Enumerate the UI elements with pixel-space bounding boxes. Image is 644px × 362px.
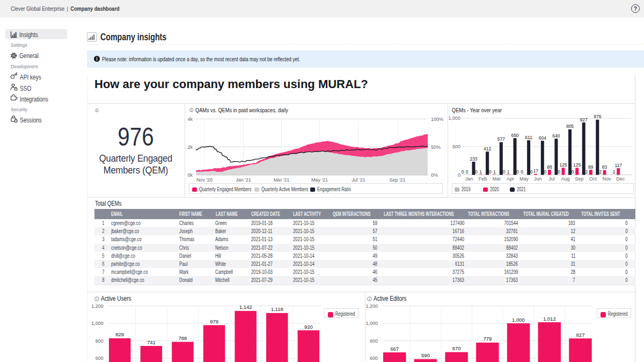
svg-text:Apr: Apr	[507, 176, 514, 182]
svg-text:Dec: Dec	[616, 176, 625, 182]
svg-text:17: 17	[533, 168, 538, 173]
svg-text:1: 1	[507, 169, 510, 175]
svg-text:611: 611	[525, 135, 532, 140]
svg-text:0k: 0k	[187, 172, 193, 178]
svg-text:Jul '21: Jul '21	[352, 177, 365, 183]
svg-text:Mar '21: Mar '21	[274, 177, 290, 183]
svg-text:920: 920	[304, 324, 313, 330]
svg-text:979: 979	[210, 318, 218, 324]
svg-text:500: 500	[452, 144, 460, 149]
svg-text:600: 600	[370, 356, 378, 361]
svg-text:Aug: Aug	[561, 176, 569, 182]
svg-text:0: 0	[521, 169, 523, 175]
svg-text:0: 0	[516, 169, 519, 175]
svg-text:Mar: Mar	[493, 176, 501, 182]
svg-text:4k: 4k	[187, 117, 193, 122]
svg-text:670: 670	[452, 345, 461, 351]
svg-text:83: 83	[602, 164, 608, 170]
svg-text:0: 0	[530, 169, 533, 175]
svg-text:800: 800	[370, 338, 378, 344]
svg-text:0: 0	[544, 169, 547, 175]
svg-text:88: 88	[547, 164, 552, 170]
svg-text:604: 604	[539, 135, 546, 141]
svg-text:779: 779	[483, 336, 492, 342]
svg-text:Jan '21: Jan '21	[236, 177, 251, 183]
svg-text:590: 590	[421, 352, 430, 358]
svg-text:976: 976	[594, 114, 601, 119]
svg-text:Oct: Oct	[589, 176, 597, 182]
svg-text:577: 577	[497, 136, 505, 142]
svg-text:50%: 50%	[431, 144, 441, 150]
svg-text:2k: 2k	[187, 144, 193, 150]
svg-text:0: 0	[458, 172, 460, 178]
svg-text:Jan: Jan	[465, 176, 473, 182]
svg-text:788: 788	[178, 335, 187, 341]
svg-text:800: 800	[96, 338, 104, 344]
svg-text:125: 125	[559, 162, 567, 168]
svg-text:Jul: Jul	[548, 176, 555, 182]
svg-text:600: 600	[96, 356, 104, 361]
svg-text:2: 2	[613, 169, 616, 175]
svg-text:Nov '20: Nov '20	[196, 177, 213, 183]
svg-text:412: 412	[484, 146, 491, 151]
svg-text:827: 827	[576, 332, 585, 338]
svg-text:0%: 0%	[431, 172, 438, 178]
svg-text:1,200: 1,200	[91, 303, 104, 309]
svg-text:1: 1	[479, 169, 482, 175]
svg-text:1: 1	[493, 169, 496, 175]
svg-text:1,200: 1,200	[365, 303, 378, 309]
svg-text:1,000: 1,000	[448, 115, 460, 121]
svg-text:Jun: Jun	[534, 176, 542, 182]
svg-text:125: 125	[573, 162, 581, 168]
svg-text:Sep '21: Sep '21	[389, 177, 405, 183]
svg-text:117: 117	[614, 163, 622, 168]
svg-text:Feb: Feb	[479, 176, 487, 182]
svg-text:2: 2	[585, 169, 588, 175]
svg-text:May '21: May '21	[311, 177, 328, 183]
svg-text:0: 0	[466, 169, 469, 175]
svg-text:1,012: 1,012	[543, 316, 556, 322]
svg-text:640: 640	[552, 133, 560, 139]
svg-text:0: 0	[558, 169, 560, 175]
svg-text:0: 0	[503, 169, 506, 175]
svg-text:1,000: 1,000	[512, 317, 525, 323]
svg-text:0: 0	[475, 169, 478, 175]
svg-text:667: 667	[390, 346, 399, 352]
svg-text:89: 89	[588, 164, 594, 170]
svg-text:May: May	[519, 176, 529, 182]
svg-text:100%: 100%	[431, 117, 443, 122]
svg-text:741: 741	[147, 339, 156, 345]
svg-text:0: 0	[489, 169, 492, 175]
svg-text:1,142: 1,142	[239, 304, 252, 310]
svg-text:0: 0	[572, 169, 574, 175]
svg-text:805: 805	[566, 124, 574, 129]
svg-text:1,000: 1,000	[91, 321, 104, 326]
svg-text:1,000: 1,000	[365, 321, 378, 326]
svg-text:829: 829	[115, 331, 124, 337]
svg-text:1,118: 1,118	[271, 306, 283, 312]
svg-text:Nov: Nov	[602, 176, 611, 182]
svg-text:0: 0	[462, 169, 464, 175]
svg-text:Sep: Sep	[575, 176, 583, 182]
svg-text:650: 650	[511, 133, 518, 138]
svg-text:233: 233	[470, 156, 477, 162]
svg-text:927: 927	[580, 117, 588, 122]
svg-text:2: 2	[599, 169, 602, 175]
